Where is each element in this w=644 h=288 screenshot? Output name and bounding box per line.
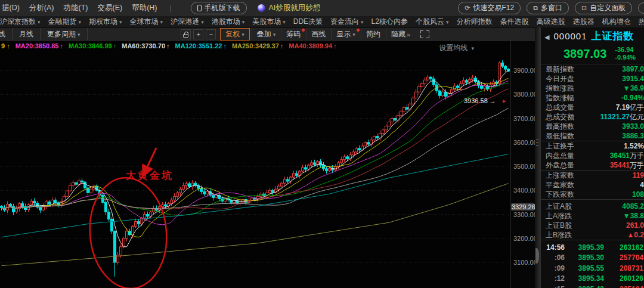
double-chevron-icon: »: [407, 31, 410, 38]
stat-label: 上涨家数: [546, 171, 574, 181]
stat-label: 内盘总量: [546, 151, 574, 161]
nav-item-资金流向[interactable]: 资金流向▾: [325, 17, 369, 27]
price-row: 3897.03 -36.94 -0.94%: [541, 43, 644, 64]
nav-item-美股市场[interactable]: 美股市场▾: [247, 17, 291, 27]
nav-label: 沪深港通: [171, 17, 199, 26]
last-price: 3897.03: [564, 47, 606, 61]
tick-volume: 225104: [620, 285, 643, 288]
nav-item-DDE决策[interactable]: DDE决策: [288, 17, 328, 27]
menu-trade[interactable]: 交易(E): [92, 3, 128, 13]
nav-item-期权市场[interactable]: 期权市场▾: [83, 17, 128, 27]
nav-label: 热点追击: [638, 17, 644, 26]
tick-price: 3895.34: [565, 274, 604, 283]
tool-画线[interactable]: 画线: [306, 28, 331, 41]
phone-icon: [197, 5, 202, 11]
tool-label: 复权: [225, 29, 240, 39]
stat-number: 1.52%: [624, 142, 644, 150]
period-更多周期[interactable]: 更多周期▾: [41, 28, 88, 41]
price-change: -36.94: [615, 46, 636, 54]
panel-splitter[interactable]: [535, 27, 540, 288]
pill-multi-window[interactable]: ⧉多窗口: [527, 2, 569, 14]
stat-label: 下跌家数: [546, 190, 574, 200]
nav-label: 期权市场: [89, 17, 117, 26]
stat-row: 指数涨幅-0.94%: [541, 93, 644, 103]
period-月线[interactable]: 月线: [13, 28, 41, 41]
zoom-out-button[interactable]: －: [206, 29, 216, 39]
panel-label: 自定义面板: [590, 3, 626, 13]
nav-item-全球市场[interactable]: 全球市场▾: [125, 17, 169, 27]
stat-number: 11321.27: [600, 113, 630, 121]
nav-item-个股风云[interactable]: 个股风云▾: [410, 17, 454, 27]
kline-chart[interactable]: 9 ↑MA20:3850.85↑MA30:3846.99↑MA60:3730.7…: [0, 41, 510, 288]
ma-label: MA40:3809.94↑: [289, 42, 336, 49]
back-arrow-icon[interactable]: ◀: [544, 33, 549, 41]
axis-tick: 3400.00: [513, 187, 537, 194]
lock-icon[interactable]: [181, 29, 191, 39]
menu-analysis[interactable]: 分析(A): [24, 3, 60, 13]
candlestick-canvas[interactable]: [0, 41, 510, 288]
nav-item-高级选股[interactable]: 高级选股: [531, 17, 570, 27]
tool-叠加[interactable]: 叠加▾: [252, 28, 281, 41]
tool-隐藏[interactable]: 隐藏»: [386, 28, 416, 41]
mobile-download-button[interactable]: 手机版下载: [191, 2, 247, 14]
ma-label: MA20:3850.85↑: [16, 42, 63, 49]
axis-tick: 3300.00: [513, 211, 537, 218]
zoom-in-button[interactable]: ＋: [193, 29, 203, 39]
chevron-down-icon: ▾: [119, 19, 122, 25]
splitter-grip-icon[interactable]: [536, 140, 538, 145]
stat-number: 4085.2: [622, 202, 644, 210]
stat-label: 外盘总量: [546, 160, 574, 171]
axis-tick: 3700.00: [513, 115, 537, 122]
pill-panel[interactable]: ⊡自定义面板: [575, 2, 632, 14]
nav-item-条件选股[interactable]: 条件选股: [494, 17, 534, 27]
axis-tick: 3500.00: [513, 163, 537, 170]
nav-item-港股市场[interactable]: 港股市场▾: [206, 17, 250, 27]
tool-简约[interactable]: 简约: [361, 28, 386, 41]
tool-显示[interactable]: 显示▾: [331, 28, 361, 41]
chevron-down-icon: ▾: [242, 32, 244, 38]
stat-row: 上证A股4085.2: [541, 202, 644, 211]
nav-item-选股器[interactable]: 选股器: [567, 17, 599, 27]
panel-icon: ⊡: [581, 5, 587, 11]
user-account-button[interactable]: Ω: [638, 2, 644, 14]
nav-label: 条件选股: [500, 17, 528, 26]
menubar-divider: [170, 5, 171, 12]
splitter-collapse-icon[interactable]: [535, 248, 539, 264]
stat-row: 上证换手1.52%: [541, 141, 644, 151]
stat-row: 平盘家数4: [541, 180, 644, 190]
nav-item-金融期货[interactable]: 金融期货▾: [43, 17, 87, 27]
tool-复权[interactable]: 复权▾: [220, 28, 250, 41]
tick-volume: 208731: [620, 264, 643, 272]
period-label: 更多周期: [47, 29, 76, 39]
ma-settings-button[interactable]: 设置均线 ▾: [439, 43, 474, 53]
nav-item-沪深京指数[interactable]: 沪深京指数▾: [0, 17, 46, 27]
tool-label: 筹码: [286, 29, 301, 39]
ma-label: MA250:3429.37↑: [232, 42, 283, 49]
menu-help[interactable]: 帮助(H): [126, 3, 162, 13]
stats-section: 最新指数3897.0今日开盘3915.4指数涨跌▼36.9指数涨幅-0.94%总…: [541, 64, 644, 141]
stat-label: 最高指数: [546, 122, 574, 132]
tick-volume: 257704: [620, 253, 643, 262]
nav-item-热点追击[interactable]: 热点追击: [633, 17, 644, 27]
pill-clock[interactable]: ⟳快速交易F12: [458, 2, 521, 14]
stat-value: 4085.2: [622, 202, 644, 210]
stat-number: -0.94%: [621, 94, 644, 102]
stat-label: 总成交额: [546, 112, 574, 122]
menu-data[interactable]: 据(D): [0, 3, 25, 13]
nav-item-沪深港通[interactable]: 沪深港通▾: [165, 17, 209, 27]
stat-unit: 万手: [630, 161, 644, 169]
nav-item-L2核心内参[interactable]: L2核心内参: [366, 17, 413, 27]
price-axis: 3900.003800.003700.003600.003500.003400.…: [510, 41, 535, 288]
period-group: 线 月线更多周期▾: [0, 28, 88, 41]
ai-promo-button[interactable]: AI炒股就用妙想: [258, 3, 321, 13]
stat-label: 平盘家数: [546, 180, 574, 190]
nav-label: 金融期货: [48, 17, 77, 26]
stats-section: 上涨家数119平盘家数4下跌家数108: [541, 170, 644, 199]
fullscreen-icon[interactable]: [420, 30, 429, 38]
stat-label: 指数涨幅: [546, 93, 574, 103]
tool-筹码[interactable]: 筹码: [281, 28, 306, 41]
period-fragment[interactable]: 线: [0, 28, 13, 41]
nav-item-机构增仓[interactable]: 机构增仓: [596, 17, 636, 27]
menu-function[interactable]: 功能(T): [58, 3, 94, 13]
nav-item-分析师指数[interactable]: 分析师指数: [451, 17, 497, 27]
